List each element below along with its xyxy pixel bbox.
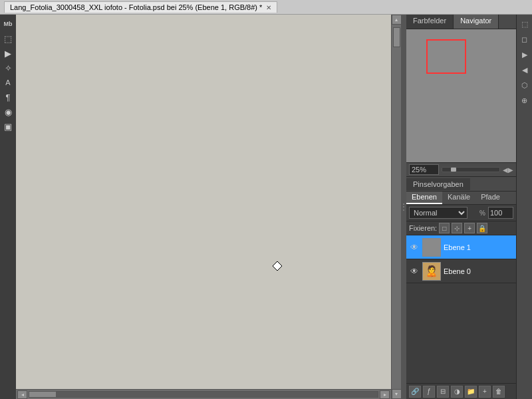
canvas-wrapper: ◂ ▸ xyxy=(16,15,391,399)
scroll-down-button[interactable]: ▾ xyxy=(392,389,402,399)
tool-text[interactable]: A xyxy=(1,76,15,89)
zoom-slider-thumb[interactable] xyxy=(451,168,456,172)
bottom-scrollbar[interactable]: ◂ ▸ xyxy=(16,389,391,399)
fix-icon-square[interactable]: □ xyxy=(439,223,450,233)
document-tab[interactable]: Lang_Fotolia_3000458_XXL iofoto - Fotoli… xyxy=(4,1,277,13)
navigator-canvas xyxy=(406,29,516,162)
tab-label: Lang_Fotolia_3000458_XXL iofoto - Fotoli… xyxy=(10,3,262,11)
blend-mode-row: Normal % xyxy=(406,205,516,221)
zoom-expand-icon[interactable]: ◀▶ xyxy=(503,166,513,174)
strip-icon-3[interactable]: ▶ xyxy=(518,48,531,61)
layer-style-button[interactable]: ƒ xyxy=(423,386,435,398)
layer1-thumbnail xyxy=(422,238,441,257)
canvas-area[interactable] xyxy=(16,15,391,389)
left-toolbar: Mb ⬚ ▶ ✧ A ¶ ◉ ▣ xyxy=(0,15,16,399)
layer-mask-button[interactable]: ⊟ xyxy=(437,386,449,398)
layer-delete-button[interactable]: 🗑 xyxy=(493,386,505,398)
layer0-name: Ebene 0 xyxy=(444,267,471,275)
layer-row-ebene0[interactable]: 👁 🙎 Ebene 0 xyxy=(406,259,516,283)
navigator-preview-area xyxy=(406,29,516,162)
horizontal-scrollbar-thumb[interactable] xyxy=(29,392,56,397)
opacity-input[interactable] xyxy=(488,207,513,219)
fix-icon-move[interactable]: + xyxy=(464,223,475,233)
zoom-bar: ◀▶ xyxy=(406,162,516,177)
layer-adjustment-button[interactable]: ◑ xyxy=(451,386,463,398)
zoom-input[interactable] xyxy=(409,164,439,175)
tab-pfade[interactable]: Pfade xyxy=(475,192,505,204)
layer1-visibility-toggle[interactable]: 👁 xyxy=(409,242,420,253)
tab-navigator[interactable]: Navigator xyxy=(454,15,499,29)
tool-circle[interactable]: ◉ xyxy=(1,105,15,118)
strip-icon-1[interactable]: ⬚ xyxy=(518,17,531,31)
layer0-visibility-toggle[interactable]: 👁 xyxy=(409,266,420,277)
svg-marker-0 xyxy=(273,261,282,271)
strip-icon-5[interactable]: ⬡ xyxy=(518,78,531,92)
pinsel-tab-item[interactable]: Pinselvorgaben xyxy=(406,178,470,190)
scroll-up-button[interactable]: ▴ xyxy=(392,15,402,25)
strip-icon-6[interactable]: ⊕ xyxy=(518,94,531,107)
horizontal-scrollbar-track[interactable] xyxy=(29,391,378,398)
tab-close-button[interactable]: ✕ xyxy=(266,4,271,11)
strip-icon-4[interactable]: ◀ xyxy=(518,63,531,76)
layer-folder-button[interactable]: 📁 xyxy=(465,386,477,398)
layer-row-ebene1[interactable]: 👁 Ebene 1 xyxy=(406,235,516,259)
scroll-left-button[interactable]: ◂ xyxy=(17,390,27,399)
strip-icon-2[interactable]: ◻ xyxy=(518,33,531,46)
layers-panel: 👁 Ebene 1 👁 🙎 Ebene 0 xyxy=(406,235,516,383)
opacity-label: % xyxy=(479,209,485,217)
layer-link-button[interactable]: 🔗 xyxy=(409,386,421,398)
fixieren-row: Fixieren: □ ⊹ + 🔒 xyxy=(406,221,516,235)
pinsel-tab-bar: Pinselvorgaben xyxy=(406,177,516,192)
zoom-slider-track[interactable] xyxy=(442,167,500,172)
cursor-pointer xyxy=(272,261,283,271)
tab-ebenen[interactable]: Ebenen xyxy=(406,192,442,204)
tab-farbfelder[interactable]: Farbfelder xyxy=(406,15,454,29)
tool-mb[interactable]: Mb xyxy=(1,17,15,31)
panel-tab-bar: Farbfelder Navigator xyxy=(406,15,516,29)
navigator-viewport-rect xyxy=(426,39,466,74)
layer-new-button[interactable]: + xyxy=(479,386,491,398)
layer0-thumbnail: 🙎 xyxy=(422,262,441,281)
tool-paragraph[interactable]: ¶ xyxy=(1,90,15,104)
layer1-name: Ebene 1 xyxy=(444,243,471,251)
tab-kanale[interactable]: Kanäle xyxy=(442,192,475,204)
fix-icon-lock[interactable]: 🔒 xyxy=(477,223,487,233)
layer-tab-bar: Ebenen Kanäle Pfade xyxy=(406,192,516,205)
right-icon-strip: ⬚ ◻ ▶ ◀ ⬡ ⊕ xyxy=(516,15,532,399)
fix-icon-brush[interactable]: ⊹ xyxy=(452,223,462,233)
tool-rect[interactable]: ▣ xyxy=(1,120,15,133)
tool-lasso[interactable]: ✧ xyxy=(1,61,15,74)
panel-resize-handle[interactable] xyxy=(401,15,406,399)
title-bar: Lang_Fotolia_3000458_XXL iofoto - Fotoli… xyxy=(0,0,532,15)
vertical-scrollbar-track[interactable] xyxy=(393,25,400,389)
right-panel: Farbfelder Navigator ◀▶ Pinselvorgaben E… xyxy=(406,15,516,399)
blend-mode-select[interactable]: Normal xyxy=(409,207,467,219)
tool-select[interactable]: ⬚ xyxy=(1,32,15,45)
vertical-scrollbar-thumb[interactable] xyxy=(393,27,400,47)
layer-controls-bar: 🔗 ƒ ⊟ ◑ 📁 + 🗑 xyxy=(406,383,516,399)
fixieren-label: Fixieren: xyxy=(409,224,437,232)
scroll-right-button[interactable]: ▸ xyxy=(380,390,390,399)
tool-move[interactable]: ▶ xyxy=(1,47,15,60)
main-layout: Mb ⬚ ▶ ✧ A ¶ ◉ ▣ ◂ ▸ ▴ xyxy=(0,15,532,399)
